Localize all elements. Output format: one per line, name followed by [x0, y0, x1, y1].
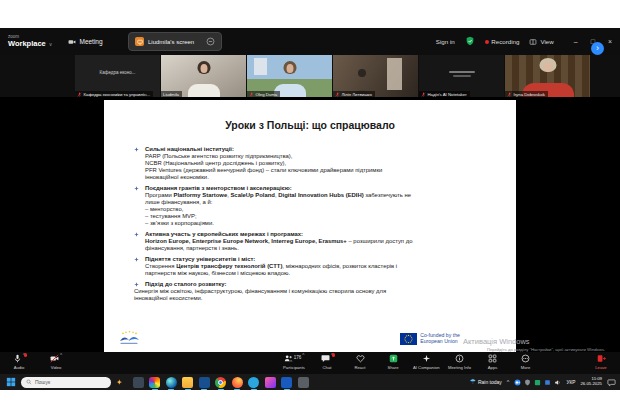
participants-next-button[interactable]: ›	[591, 42, 604, 55]
participant-name: Надія's AI Notetaker	[428, 92, 467, 97]
screen-share-banner: Liudmila's screen	[128, 32, 222, 51]
person-silhouette	[358, 69, 366, 77]
bullet-text-segment: PARP (Польське агентство розвитку підпри…	[145, 153, 382, 180]
chevron-up-icon[interactable]: ^	[302, 354, 304, 359]
tray-green-app-icon[interactable]	[534, 379, 541, 386]
minimize-share-view-button[interactable]	[206, 37, 215, 46]
windows-logo-icon	[6, 377, 16, 387]
taskbar-app-browser[interactable]	[232, 377, 243, 388]
notification-badge	[332, 353, 336, 357]
participant-tile[interactable]: Iryna Dobroskok	[505, 55, 590, 97]
toolbar-react-button[interactable]: React	[347, 354, 373, 370]
taskbar-app-store[interactable]	[199, 377, 210, 388]
tray-zoom-icon[interactable]	[514, 379, 521, 386]
language-indicator[interactable]: УКР	[566, 380, 575, 385]
weather-label: Rain today	[478, 379, 502, 385]
copilot-icon[interactable]: ✦	[116, 378, 123, 387]
close-button[interactable]: ×	[608, 38, 612, 45]
toolbar-apps-button[interactable]: Apps	[480, 354, 506, 370]
toolbar-icon-row: 176^	[284, 354, 305, 364]
toolbar-more-button[interactable]: More	[513, 354, 539, 370]
toolbar-meeting-info-button[interactable]: Meeting Info	[447, 354, 473, 370]
meeting-tab-label: Meeting	[79, 38, 102, 45]
taskbar-app-word[interactable]	[281, 377, 292, 388]
eu-flag-icon	[400, 333, 417, 345]
bullet-body: PARP (Польське агентство розвитку підпри…	[145, 153, 382, 180]
toolbar-button-label: Audio	[14, 365, 25, 370]
tray-expand-caret[interactable]: ^	[507, 379, 510, 385]
share-banner-label: Liudmila's screen	[148, 39, 194, 45]
taskbar-app-media[interactable]	[265, 377, 276, 388]
notification-center-button[interactable]	[607, 378, 616, 387]
next-arrow-icon: ›	[596, 44, 599, 53]
taskbar-app-chrome[interactable]	[215, 377, 226, 388]
bullet-star-icon	[134, 282, 139, 287]
slide-bullet: Підняття статусу університетів і міст: С…	[134, 256, 490, 277]
chevron-down-icon[interactable]: ∨	[49, 41, 53, 47]
sign-in-button[interactable]: Sign in	[436, 38, 455, 45]
toolbar-ai-companion-button[interactable]: AI Companion	[413, 354, 440, 370]
toolbar-icon-row	[597, 354, 606, 364]
toolbar-video-button[interactable]: ^Video	[43, 354, 69, 370]
taskbar-clock[interactable]: 11:09 26.05.2025	[580, 377, 602, 387]
participant-center-label: Кафедра еконо...	[75, 70, 160, 75]
zoom-workplace-logo[interactable]: zoom Workplace	[8, 35, 46, 48]
toolbar-chat-button[interactable]: ^Chat	[314, 354, 340, 370]
toolbar-audio-button[interactable]: ^Audio	[6, 354, 32, 370]
muted-mic-icon	[77, 92, 82, 97]
security-shield-icon[interactable]	[465, 36, 475, 47]
participant-tile[interactable]: Надія's AI Notetaker	[419, 55, 504, 97]
chevron-up-icon[interactable]: ^	[60, 354, 62, 359]
bullet-text-segment: Platformy Startowe	[173, 192, 227, 198]
search-icon	[26, 379, 32, 385]
taskbar-app-widgets[interactable]	[133, 377, 144, 388]
participant-tile[interactable]: Oleg Duma	[247, 55, 332, 97]
tray-shield-icon[interactable]	[524, 379, 531, 386]
heart-icon	[356, 354, 365, 363]
view-button[interactable]: View	[529, 38, 553, 46]
toolbar-participants-button[interactable]: 176^Participants	[281, 354, 307, 370]
toolbar-button-label: Video	[51, 365, 62, 370]
bullet-star-icon	[134, 257, 139, 262]
participant-tile[interactable]: Лілія Литвишко	[333, 55, 418, 97]
participant-tile[interactable]: Liudmila	[161, 55, 246, 97]
slide-bullet: Підхід до сталого розвитку:Синергія між …	[134, 281, 490, 302]
toolbar-icon-row: ^	[321, 354, 333, 364]
minimize-button[interactable]: –	[574, 38, 578, 45]
taskbar-app-edge[interactable]	[166, 377, 177, 388]
volume-icon[interactable]	[554, 379, 561, 386]
bullet-star-icon	[134, 147, 139, 152]
slide-bullet: Сильні національні інституції: PARP (Пол…	[134, 146, 490, 181]
shared-screen: Уроки з Польщі: що спрацювало Сильні нац…	[0, 97, 620, 352]
toolbar-icon-row	[521, 354, 530, 364]
camera-off-icon	[50, 354, 59, 363]
toolbar-leave-button[interactable]: Leave	[588, 354, 614, 370]
toolbar-icon-row	[455, 354, 464, 364]
toolbar-share-button[interactable]: Share	[380, 354, 406, 370]
toolbar-icon-row	[488, 354, 497, 364]
tray-network-icon[interactable]	[544, 379, 551, 386]
participant-name: Кафедра економіки та управлін...	[84, 92, 150, 97]
participant-tile[interactable]: Кафедра еконо...Кафедра економіки та упр…	[75, 55, 160, 97]
start-button[interactable]	[6, 377, 16, 387]
recording-dot-icon	[485, 40, 489, 44]
bullet-body: Синергія між освітою, інфраструктурою, ф…	[134, 288, 490, 302]
recording-indicator[interactable]: Recording	[485, 38, 520, 45]
recording-label: Recording	[491, 38, 519, 45]
circle-minus-icon	[206, 37, 215, 46]
taskbar-app-camera[interactable]	[298, 377, 309, 388]
taskbar-search[interactable]: Пошук	[21, 377, 111, 388]
tab-meeting[interactable]: Meeting	[68, 38, 102, 46]
bullet-text-segment: Синергія між освітою, інфраструктурою, ф…	[134, 288, 386, 301]
bullet-text-segment: Digital Innovation Hubs (EDIH)	[278, 192, 363, 198]
bullet-heading: Активна участь у європейських мережах і …	[145, 231, 303, 237]
person-silhouette	[543, 62, 553, 72]
eu-funding-text: Co-funded by the European Union	[420, 333, 460, 344]
notification-badge	[24, 353, 28, 357]
taskbar-app-telegram[interactable]	[248, 377, 259, 388]
toolbar-icon-row	[422, 354, 431, 364]
taskbar-app-photos[interactable]	[149, 377, 160, 388]
weather-widget[interactable]: ☂ Rain today	[470, 378, 502, 386]
taskbar-app-file-explorer[interactable]	[182, 377, 193, 388]
umbrella-icon: ☂	[470, 378, 476, 386]
